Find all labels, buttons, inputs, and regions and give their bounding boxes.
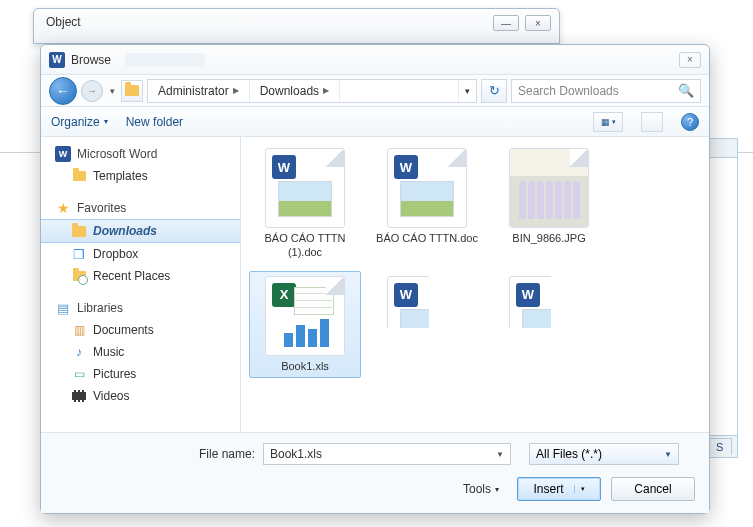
filename-input[interactable]: Book1.xls ▼ — [263, 443, 511, 465]
nav-forward-button[interactable]: → — [81, 80, 103, 102]
file-tile[interactable]: W — [371, 271, 483, 367]
file-tile[interactable]: WBÁO CÁO TTTN (1).doc — [249, 143, 361, 265]
nav-group-libraries[interactable]: ▤Libraries — [41, 297, 240, 319]
breadcrumb[interactable]: Administrator▶ Downloads▶ ▾ — [147, 79, 477, 103]
word-badge-icon: W — [272, 155, 296, 179]
music-icon: ♪ — [71, 344, 87, 360]
browse-dialog: W Browse × ← → ▾ Administrator▶ Download… — [40, 44, 710, 514]
videos-icon — [71, 388, 87, 404]
insert-button[interactable]: Insert▾ — [517, 477, 601, 501]
organize-menu[interactable]: Organize▾ — [51, 115, 108, 129]
browse-titlebar[interactable]: W Browse × — [41, 45, 709, 75]
address-bar-row: ← → ▾ Administrator▶ Downloads▶ ▾ ↻ Sear… — [41, 75, 709, 107]
file-thumbnail: W — [265, 148, 345, 228]
breadcrumb-seg-1[interactable]: Administrator▶ — [148, 80, 250, 102]
file-type-filter[interactable]: All Files (*.*) ▼ — [529, 443, 679, 465]
bottom-bar: File name: Book1.xls ▼ All Files (*.*) ▼… — [41, 432, 709, 513]
search-icon: 🔍 — [678, 83, 694, 98]
file-label: BÁO CÁO TTTN.doc — [376, 232, 478, 246]
preview-pane-button[interactable] — [641, 112, 663, 132]
chevron-down-icon: ▼ — [496, 450, 504, 459]
nav-history-dropdown[interactable]: ▾ — [107, 86, 117, 96]
nav-group-favorites[interactable]: ★Favorites — [41, 197, 240, 219]
file-label: Book1.xls — [281, 360, 329, 374]
star-icon: ★ — [55, 200, 71, 216]
nav-item-pictures[interactable]: ▭Pictures — [41, 363, 240, 385]
word-icon: W — [55, 146, 71, 162]
chevron-down-icon: ▼ — [664, 450, 672, 459]
refresh-button[interactable]: ↻ — [481, 79, 507, 103]
libraries-icon: ▤ — [55, 300, 71, 316]
cancel-button[interactable]: Cancel — [611, 477, 695, 501]
object-window-title: Object — [46, 15, 81, 29]
search-input[interactable]: Search Downloads 🔍 — [511, 79, 701, 103]
nav-group-word[interactable]: WMicrosoft Word — [41, 143, 240, 165]
nav-item-videos[interactable]: Videos — [41, 385, 240, 407]
nav-item-dropbox[interactable]: ❒Dropbox — [41, 243, 240, 265]
tools-menu[interactable]: Tools▾ — [463, 482, 499, 496]
browse-title: Browse — [71, 53, 111, 67]
word-icon: W — [49, 52, 65, 68]
photo-thumb — [510, 149, 588, 227]
excel-chart-icon — [284, 319, 329, 347]
filename-label: File name: — [55, 447, 255, 461]
word-badge-icon: W — [394, 283, 418, 307]
word-badge-icon: W — [394, 155, 418, 179]
search-placeholder: Search Downloads — [518, 84, 619, 98]
breadcrumb-dropdown[interactable]: ▾ — [458, 80, 476, 102]
new-folder-button[interactable]: New folder — [126, 115, 183, 129]
file-label: BIN_9866.JPG — [512, 232, 585, 246]
excel-grid-icon — [294, 287, 334, 315]
nav-back-button[interactable]: ← — [49, 77, 77, 105]
folder-up-icon — [125, 85, 139, 96]
object-window-titlebar: Object — × — [33, 8, 560, 44]
nav-item-downloads[interactable]: Downloads — [41, 219, 240, 243]
dropbox-icon: ❒ — [71, 246, 87, 262]
excel-badge-icon: X — [272, 283, 296, 307]
files-area[interactable]: WBÁO CÁO TTTN (1).docWBÁO CÁO TTTN.docBI… — [241, 137, 709, 432]
nav-item-recent-places[interactable]: Recent Places — [41, 265, 240, 287]
documents-icon: ▥ — [71, 322, 87, 338]
filename-value: Book1.xls — [270, 447, 322, 461]
pictures-icon: ▭ — [71, 366, 87, 382]
title-ghost — [125, 53, 205, 67]
file-thumbnail: X — [265, 276, 345, 356]
word-badge-icon: W — [516, 283, 540, 307]
minimize-button[interactable]: — — [493, 15, 519, 31]
recent-places-icon — [71, 268, 87, 284]
close-button[interactable]: × — [525, 15, 551, 31]
file-tile[interactable]: WBÁO CÁO TTTN.doc — [371, 143, 483, 265]
nav-up-button[interactable] — [121, 80, 143, 102]
file-tile[interactable]: W — [493, 271, 605, 367]
nav-item-documents[interactable]: ▥Documents — [41, 319, 240, 341]
file-thumbnail: W — [387, 148, 467, 228]
downloads-icon — [71, 223, 87, 239]
toolbar: Organize▾ New folder ▦ ▾ ? — [41, 107, 709, 137]
nav-item-music[interactable]: ♪Music — [41, 341, 240, 363]
sheet-tab-3[interactable]: S — [707, 438, 732, 455]
doc-thumb — [400, 181, 454, 217]
browse-close-button[interactable]: × — [679, 52, 701, 68]
folder-icon — [71, 168, 87, 184]
file-tile[interactable]: XBook1.xls — [249, 271, 361, 379]
view-mode-button[interactable]: ▦ ▾ — [593, 112, 623, 132]
nav-item-templates[interactable]: Templates — [41, 165, 240, 187]
doc-thumb — [278, 181, 332, 217]
breadcrumb-seg-2[interactable]: Downloads▶ — [250, 80, 340, 102]
file-thumbnail — [509, 148, 589, 228]
navigation-pane: WMicrosoft Word Templates ★Favorites Dow… — [41, 137, 241, 432]
file-label: BÁO CÁO TTTN (1).doc — [254, 232, 356, 260]
file-tile[interactable]: BIN_9866.JPG — [493, 143, 605, 265]
help-button[interactable]: ? — [681, 113, 699, 131]
